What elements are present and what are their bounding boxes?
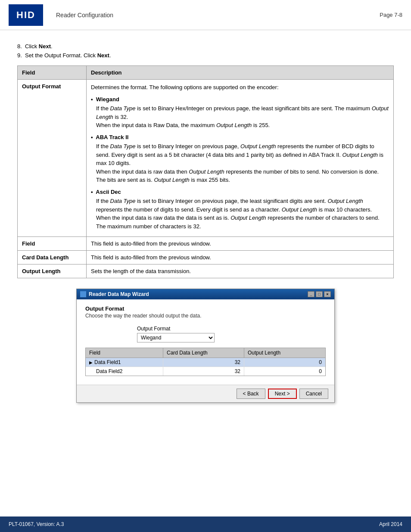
wizard-footer: < Back Next > Cancel: [77, 385, 334, 402]
page-footer: PLT-01067, Version: A.3 April 2014: [0, 516, 411, 532]
wizard-minimize-button[interactable]: _: [308, 291, 314, 297]
bullet-ascii: • Ascii Dec If the Data Type is set to B…: [91, 188, 389, 231]
header-title: Reader Configuration: [52, 12, 380, 19]
wizard-dialog: Reader Data Map Wizard _ □ × Output Form…: [76, 289, 335, 403]
col-field-header: Field: [18, 66, 87, 80]
field-field-desc: This field is auto-filled from the previ…: [87, 237, 394, 251]
grid-cell-card-1: 32: [163, 358, 244, 367]
wizard-app-icon: [80, 291, 86, 297]
wizard-form-group: Output Format Wiegand ABA Track II Ascii…: [137, 326, 215, 342]
bullet-aba-title: • ABA Track II: [91, 133, 389, 142]
table-row-output-length: Output Length Sets the length of the dat…: [18, 264, 394, 278]
desc-intro-text: Determines the format. The following opt…: [91, 83, 389, 92]
wizard-section-subtitle: Choose the way the reader should output …: [85, 313, 326, 319]
desc-intro: Determines the format. The following opt…: [91, 83, 389, 230]
grid-cell-output-2: 0: [244, 367, 325, 376]
page-header: HID Reader Configuration Page 7-8: [0, 0, 411, 30]
output-format-select[interactable]: Wiegand ABA Track II Ascii Dec: [137, 333, 215, 342]
step-9-bold: Next: [97, 52, 109, 59]
step-8-bold: Next: [39, 43, 51, 50]
wizard-restore-button[interactable]: □: [316, 291, 323, 297]
bullet-wiegand: • Wiegand If the Data Type is set to Bin…: [91, 95, 389, 130]
table-row-card-data-length: Card Data Length This field is auto-fill…: [18, 251, 394, 264]
wizard-form-label: Output Format: [137, 326, 215, 332]
grid-cell-field-1: ▶ Data Field1: [86, 358, 163, 367]
cancel-button[interactable]: Cancel: [299, 389, 328, 399]
bullet-ascii-body: If the Data Type is set to Binary Intege…: [96, 197, 389, 230]
step-9-text: Set the Output Format. Click Next.: [25, 52, 111, 59]
field-output-length-label: Output Length: [18, 264, 87, 278]
wizard-body: Output Format Choose the way the reader …: [77, 299, 334, 385]
field-output-format-desc: Determines the format. The following opt…: [87, 80, 394, 237]
field-output-length-desc: Sets the length of the data transmission…: [87, 264, 394, 278]
col-description-header: Description: [87, 66, 394, 80]
back-button[interactable]: < Back: [237, 389, 265, 399]
wizard-close-button[interactable]: ×: [324, 291, 331, 297]
wizard-grid: Field Card Data Length Output Length ▶ D…: [85, 348, 326, 376]
header-page: Page 7-8: [380, 12, 402, 18]
bullet-aba-body: If the Data Type is set to Binary Intege…: [96, 142, 389, 184]
bullet-wiegand-title: • Wiegand: [91, 95, 389, 104]
grid-field-1-text: Data Field1: [94, 359, 121, 365]
field-card-data-length-label: Card Data Length: [18, 251, 87, 264]
grid-col-card-data: Card Data Length: [163, 348, 244, 358]
footer-right: April 2014: [379, 521, 402, 527]
steps-section: 8. Click Next. 9. Set the Output Format.…: [17, 43, 394, 59]
table-row-output-format: Output Format Determines the format. The…: [18, 80, 394, 237]
grid-col-output-length: Output Length: [244, 348, 325, 358]
grid-cell-output-1: 0: [244, 358, 325, 367]
bullet-ascii-title: • Ascii Dec: [91, 188, 389, 196]
main-content: 8. Click Next. 9. Set the Output Format.…: [0, 30, 411, 420]
next-button[interactable]: Next >: [268, 389, 297, 399]
bullet-wiegand-body: If the Data Type is set to Binary Hex/In…: [96, 104, 389, 130]
wizard-title: Reader Data Map Wizard: [89, 291, 149, 297]
step-8: 8. Click Next.: [17, 43, 394, 50]
grid-cell-field-2: Data Field2: [86, 367, 163, 376]
grid-row-2[interactable]: Data Field2 32 0: [86, 367, 325, 376]
table-row-field: Field This field is auto-filled from the…: [18, 237, 394, 251]
field-output-format-label: Output Format: [18, 80, 87, 237]
wizard-section-title: Output Format: [85, 305, 326, 312]
wizard-titlebar: Reader Data Map Wizard _ □ ×: [77, 289, 334, 299]
wizard-titlebar-left: Reader Data Map Wizard: [80, 291, 149, 297]
field-field-label: Field: [18, 237, 87, 251]
step-8-text: Click Next.: [25, 43, 53, 50]
step-9: 9. Set the Output Format. Click Next.: [17, 52, 394, 59]
footer-left: PLT-01067, Version: A.3: [9, 521, 64, 527]
grid-cell-card-2: 32: [163, 367, 244, 376]
hid-logo: HID: [9, 4, 43, 26]
grid-field-2-text: Data Field2: [96, 368, 122, 374]
grid-col-field: Field: [86, 348, 163, 358]
wizard-titlebar-controls[interactable]: _ □ ×: [308, 291, 331, 297]
logo-text: HID: [16, 9, 35, 21]
field-description-table: Field Description Output Format Determin…: [17, 65, 394, 278]
field-card-data-length-desc: This field is auto-filled from the previ…: [87, 251, 394, 264]
grid-row-1[interactable]: ▶ Data Field1 32 0: [86, 358, 325, 367]
wizard-grid-header: Field Card Data Length Output Length: [86, 348, 325, 358]
wizard-form-row: Output Format Wiegand ABA Track II Ascii…: [137, 326, 326, 342]
row-arrow-icon: ▶: [89, 360, 93, 365]
bullet-aba: • ABA Track II If the Data Type is set t…: [91, 133, 389, 184]
